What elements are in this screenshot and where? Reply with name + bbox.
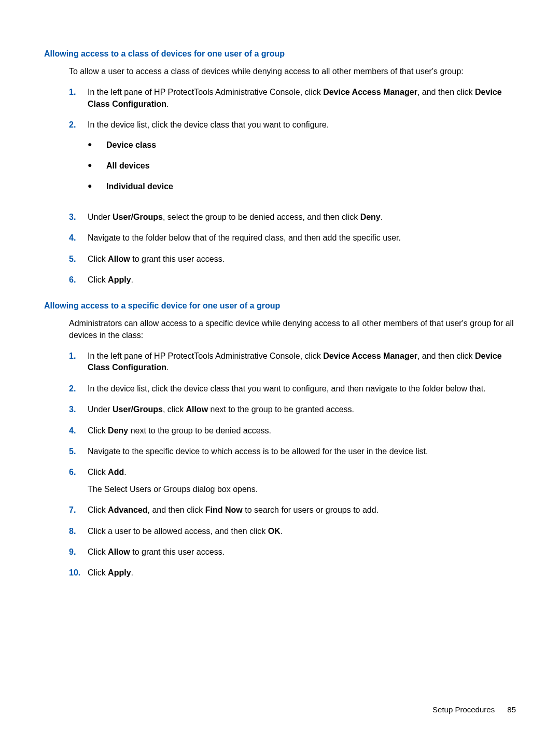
bold-text: Allow xyxy=(108,547,130,556)
bold-text: Deny xyxy=(360,213,381,221)
bullet-item: ● All devices xyxy=(88,160,516,172)
sub-paragraph: The Select Users or Groups dialog box op… xyxy=(88,484,516,495)
step-5: 5. Click Allow to grant this user access… xyxy=(69,254,516,265)
step-2: 2. In the device list, click the device … xyxy=(69,383,516,395)
step-number: 1. xyxy=(69,350,88,374)
step-content: In the device list, click the device cla… xyxy=(88,383,516,395)
bold-text: Apply xyxy=(108,275,131,284)
step-content: Click Allow to grant this user access. xyxy=(88,546,516,558)
page-number: 85 xyxy=(507,705,516,714)
bold-text: User/Groups xyxy=(113,213,163,221)
bullet-icon: ● xyxy=(88,139,106,151)
text: , and then click xyxy=(417,88,475,96)
text: In the left pane of HP ProtectTools Admi… xyxy=(88,88,323,96)
step-content: Click Advanced, and then click Find Now … xyxy=(88,504,516,516)
step-number: 8. xyxy=(69,526,88,537)
text: Click xyxy=(88,468,108,476)
step-number: 9. xyxy=(69,546,88,558)
step-content: Click Deny next to the group to be denie… xyxy=(88,425,516,437)
text: Click xyxy=(88,275,108,284)
section-specific-device: Allowing access to a specific device for… xyxy=(44,301,516,579)
step-number: 1. xyxy=(69,87,88,110)
page-footer: Setup Procedures 85 xyxy=(432,705,516,714)
text: . xyxy=(166,100,169,108)
step-6: 6. Click Add. The Select Users or Groups… xyxy=(69,467,516,495)
text: next to the group to be denied access. xyxy=(128,426,271,435)
section-class-access: Allowing access to a class of devices fo… xyxy=(44,49,516,286)
step-number: 7. xyxy=(69,504,88,516)
step-number: 5. xyxy=(69,446,88,457)
text: . xyxy=(166,363,169,372)
step-5: 5. Navigate to the specific device to wh… xyxy=(69,446,516,457)
step-1: 1. In the left pane of HP ProtectTools A… xyxy=(69,350,516,374)
step-number: 4. xyxy=(69,425,88,437)
step-content: Click a user to be allowed access, and t… xyxy=(88,526,516,537)
step-number: 4. xyxy=(69,232,88,244)
text: . xyxy=(281,527,283,536)
step-content: Navigate to the folder below that of the… xyxy=(88,232,516,244)
step-number: 3. xyxy=(69,212,88,223)
step-10: 10. Click Apply. xyxy=(69,567,516,579)
bullet-item: ● Device class xyxy=(88,139,516,151)
bullet-text: Individual device xyxy=(106,181,173,192)
text: to grant this user access. xyxy=(130,547,225,556)
text: to search for users or groups to add. xyxy=(243,505,379,514)
step-9: 9. Click Allow to grant this user access… xyxy=(69,546,516,558)
text: , and then click xyxy=(148,505,205,514)
intro-paragraph: Administrators can allow access to a spe… xyxy=(69,318,516,341)
text: Click xyxy=(88,547,108,556)
bold-text: Deny xyxy=(108,426,128,435)
text: Under xyxy=(88,213,113,221)
bold-text: User/Groups xyxy=(113,405,163,414)
text: Click xyxy=(88,568,108,577)
step-3: 3. Under User/Groups, select the group t… xyxy=(69,212,516,223)
step-content: In the device list, click the device cla… xyxy=(88,119,516,202)
text: Click xyxy=(88,505,108,514)
step-content: In the left pane of HP ProtectTools Admi… xyxy=(88,350,516,374)
bold-text: Device Access Manager xyxy=(323,88,417,96)
step-number: 2. xyxy=(69,383,88,395)
bullet-icon: ● xyxy=(88,181,106,192)
step-content: Click Apply. xyxy=(88,274,516,286)
bold-text: Add xyxy=(108,468,124,476)
text: . xyxy=(381,213,383,221)
step-1: 1. In the left pane of HP ProtectTools A… xyxy=(69,87,516,110)
step-content: Click Add. The Select Users or Groups di… xyxy=(88,467,516,495)
step-content: In the left pane of HP ProtectTools Admi… xyxy=(88,87,516,110)
bold-text: Allow xyxy=(108,255,130,263)
text: , and then click xyxy=(417,352,475,360)
step-number: 2. xyxy=(69,119,88,202)
text: next to the group to be granted access. xyxy=(208,405,354,414)
step-number: 10. xyxy=(69,567,88,579)
intro-paragraph: To allow a user to access a class of dev… xyxy=(69,66,516,77)
step-content: Navigate to the specific device to which… xyxy=(88,446,516,457)
bold-text: Allow xyxy=(186,405,208,414)
step-7: 7. Click Advanced, and then click Find N… xyxy=(69,504,516,516)
bold-text: Device Access Manager xyxy=(323,352,417,360)
text: . xyxy=(124,468,126,476)
text: . xyxy=(131,568,133,577)
bold-text: Advanced xyxy=(108,505,147,514)
text: Under xyxy=(88,405,113,414)
steps-list: 1. In the left pane of HP ProtectTools A… xyxy=(69,87,516,286)
bullet-item: ● Individual device xyxy=(88,181,516,192)
text: . xyxy=(131,275,133,284)
step-2: 2. In the device list, click the device … xyxy=(69,119,516,202)
text: , select the group to be denied access, … xyxy=(163,213,360,221)
step-3: 3. Under User/Groups, click Allow next t… xyxy=(69,404,516,415)
section-heading: Allowing access to a class of devices fo… xyxy=(44,49,516,59)
footer-text: Setup Procedures xyxy=(432,705,495,714)
bullet-text: All devices xyxy=(106,160,150,172)
step-number: 6. xyxy=(69,467,88,495)
text: to grant this user access. xyxy=(130,255,225,263)
text: In the device list, click the device cla… xyxy=(88,120,329,129)
text: Click xyxy=(88,426,108,435)
step-number: 6. xyxy=(69,274,88,286)
step-content: Under User/Groups, click Allow next to t… xyxy=(88,404,516,415)
step-content: Under User/Groups, select the group to b… xyxy=(88,212,516,223)
bullet-icon: ● xyxy=(88,160,106,172)
section-heading: Allowing access to a specific device for… xyxy=(44,301,516,311)
bold-text: OK xyxy=(268,527,281,536)
bold-text: Find Now xyxy=(205,505,243,514)
text: Click xyxy=(88,255,108,263)
